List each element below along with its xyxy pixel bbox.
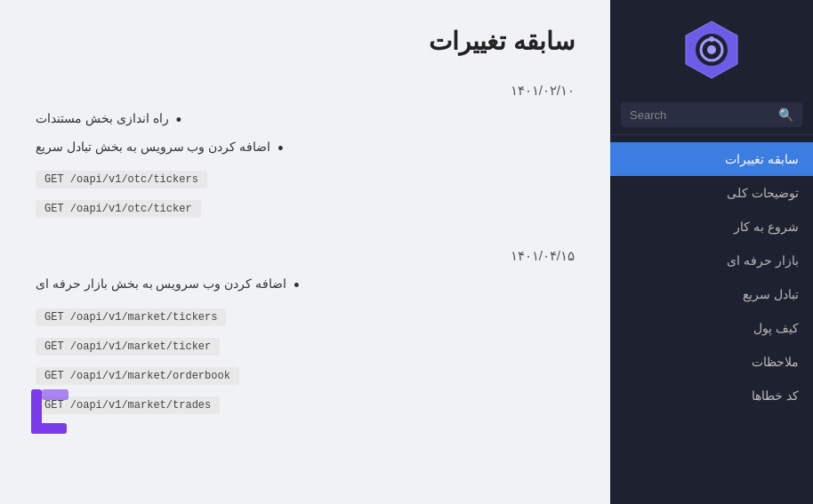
svg-rect-6 — [31, 423, 67, 434]
sidebar-item-otc[interactable]: تبادل سریع — [610, 277, 813, 311]
sidebar-item-error-codes[interactable]: کد خطاها — [610, 379, 813, 412]
bottom-left-logo — [18, 376, 89, 451]
svg-point-4 — [709, 36, 714, 42]
date-header-2: ۱۴۰۱/۰۴/۱۵ — [36, 248, 575, 264]
search-wrapper[interactable]: 🔍 — [621, 102, 802, 127]
section-1: ۱۴۰۱/۰۲/۱۰ راه اندازی بخش مستندات اضافه … — [36, 83, 575, 221]
svg-point-3 — [707, 45, 716, 54]
item-text: اضافه کردن وب سرویس به بخش تبادل سریع — [36, 140, 270, 154]
list-item: راه اندازی بخش مستندات — [36, 111, 575, 131]
sidebar: 🔍 سابقه تغییرات توضیحات کلی شروع به کار … — [610, 0, 813, 504]
logo-icon — [680, 18, 744, 82]
code-tag: GET /oapi/v1/market/ticker — [36, 338, 220, 356]
main-wrapper: سابقه تغییرات ۱۴۰۱/۰۲/۱۰ راه اندازی بخش … — [0, 0, 610, 504]
list-item: اضافه کردن وب سرویس به بخش تبادل سریع — [36, 140, 575, 159]
svg-rect-7 — [42, 389, 68, 400]
brand-icon — [18, 376, 89, 447]
logo-area — [610, 0, 813, 95]
sidebar-item-overview[interactable]: توضیحات کلی — [610, 176, 813, 210]
code-tags-group: GET /oapi/v1/otc/tickers GET /oapi/v1/ot… — [36, 167, 575, 221]
code-tags-group: GET /oapi/v1/market/tickers GET /oapi/v1… — [36, 305, 575, 418]
item-text: اضافه کردن وب سرویس به بخش بازار حرفه ای — [36, 276, 286, 291]
main-content: سابقه تغییرات ۱۴۰۱/۰۲/۱۰ راه اندازی بخش … — [0, 0, 610, 471]
page-title: سابقه تغییرات — [36, 27, 575, 56]
section-2: ۱۴۰۱/۰۴/۱۵ اضافه کردن وب سرویس به بخش با… — [36, 248, 575, 418]
sidebar-item-market[interactable]: بازار حرفه ای — [610, 244, 813, 277]
code-tag: GET /oapi/v1/market/tickers — [36, 308, 226, 326]
item-text: راه اندازی بخش مستندات — [36, 111, 169, 125]
sidebar-item-changelog[interactable]: سابقه تغییرات — [610, 142, 813, 176]
list-item: اضافه کردن وب سرویس به بخش بازار حرفه ای — [36, 276, 575, 296]
sidebar-item-notes[interactable]: ملاحظات — [610, 345, 813, 379]
sidebar-item-wallet[interactable]: کیف پول — [610, 311, 813, 345]
date-header-1: ۱۴۰۱/۰۲/۱۰ — [36, 83, 575, 99]
search-area: 🔍 — [610, 95, 813, 135]
search-input[interactable] — [630, 108, 771, 122]
code-tag: GET /oapi/v1/otc/ticker — [36, 200, 201, 218]
sidebar-item-getting-started[interactable]: شروع به کار — [610, 210, 813, 244]
search-icon: 🔍 — [778, 108, 793, 122]
sidebar-nav: سابقه تغییرات توضیحات کلی شروع به کار با… — [610, 135, 813, 420]
code-tag: GET /oapi/v1/otc/tickers — [36, 171, 207, 188]
